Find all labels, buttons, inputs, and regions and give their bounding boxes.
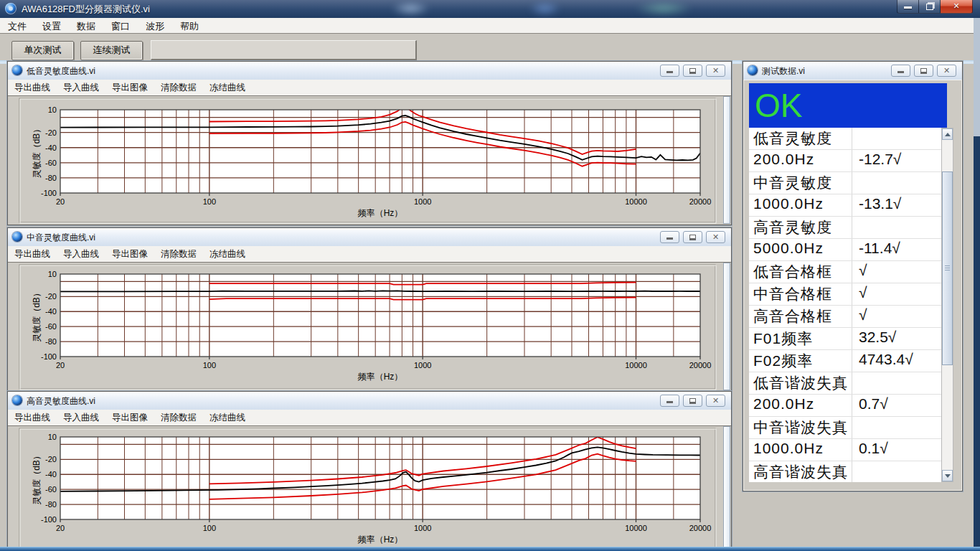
vi-icon <box>12 395 22 405</box>
chart-menu-item-0[interactable]: 导出曲线 <box>8 246 57 260</box>
y-tick-label: -40 <box>45 143 57 152</box>
chart-window-titlebar[interactable]: 低音灵敏度曲线.vi ✕ <box>8 62 731 80</box>
scrollbar-thumb[interactable] <box>942 171 953 365</box>
minimize-button[interactable] <box>897 0 919 14</box>
x-tick-label: 1000 <box>414 361 431 369</box>
chart-menu-item-0[interactable]: 导出曲线 <box>8 80 57 94</box>
single-test-button[interactable]: 单次测试 <box>11 41 74 60</box>
row-value: -11.4√ <box>859 240 900 257</box>
menu-item-1[interactable]: 设置 <box>34 18 69 33</box>
menu-item-4[interactable]: 波形 <box>138 18 172 33</box>
chart-menu-item-1[interactable]: 导入曲线 <box>57 246 105 260</box>
toolbar: 单次测试 连续测试 <box>0 34 980 60</box>
table-row: 低音谐波失真 <box>749 372 947 395</box>
main-menubar: 文件设置数据窗口波形帮助 <box>0 18 980 34</box>
continuous-test-button[interactable]: 连续测试 <box>80 41 143 60</box>
main-window-title: AWA6128FD型分频器测试仪.vi <box>22 3 150 16</box>
menu-item-0[interactable]: 文件 <box>0 18 34 33</box>
y-tick-label: -80 <box>45 500 57 509</box>
y-axis-title: 灵敏度（dB） <box>32 451 42 505</box>
sensitivity-chart: 201001000100002000010-20-40-60-80-100频率（… <box>8 96 730 225</box>
row-label: F01频率 <box>753 329 813 349</box>
restore-button[interactable] <box>683 65 702 77</box>
chart-menubar: 导出曲线导入曲线导出图像清除数据冻结曲线 <box>8 246 731 263</box>
y-tick-label: 10 <box>48 433 57 441</box>
y-tick-label: -40 <box>45 307 57 316</box>
status-text: OK <box>755 86 802 125</box>
chart-menu-item-0[interactable]: 导出曲线 <box>8 410 57 424</box>
minimize-button[interactable] <box>660 395 679 407</box>
chart-menu-item-4[interactable]: 冻结曲线 <box>203 246 252 260</box>
row-label: 200.0Hz <box>753 395 814 413</box>
chart-menu-item-1[interactable]: 导入曲线 <box>57 80 105 94</box>
table-row: 中音合格框√ <box>749 283 947 306</box>
y-tick-label: 10 <box>48 105 57 114</box>
vertical-scrollbar[interactable] <box>723 263 730 390</box>
scroll-down-button[interactable] <box>942 470 953 481</box>
minimize-button[interactable] <box>660 231 679 243</box>
row-label: 高音谐波失真 <box>753 462 848 482</box>
chart-panel: 201001000100002000010-20-40-60-80-100频率（… <box>8 96 731 225</box>
status-banner: OK <box>749 83 947 128</box>
scroll-up-button[interactable] <box>942 128 953 140</box>
x-tick-label: 10000 <box>625 361 647 369</box>
chart-window-title: 中音灵敏度曲线.vi <box>27 232 95 244</box>
table-row: F02频率4743.4√ <box>749 350 947 372</box>
x-tick-label: 10000 <box>625 524 647 532</box>
menu-item-2[interactable]: 数据 <box>69 18 103 33</box>
table-row: 1000.0Hz0.1√ <box>749 439 947 461</box>
table-row: 低音合格框√ <box>749 261 947 283</box>
row-value: 4743.4√ <box>859 351 913 368</box>
minimize-button[interactable] <box>891 65 910 77</box>
restore-button[interactable] <box>683 231 702 243</box>
chart-menu-item-3[interactable]: 清除数据 <box>154 246 203 260</box>
menu-item-5[interactable]: 帮助 <box>172 18 207 33</box>
x-tick-label: 10000 <box>625 197 647 206</box>
main-window: AWA6128FD型分频器测试仪.vi ✕ 文件设置数据窗口波形帮助 单次测试 … <box>0 0 980 551</box>
row-label: 低音灵敏度 <box>753 128 832 149</box>
y-tick-label: -20 <box>45 292 57 301</box>
data-window-titlebar[interactable]: 测试数据.vi ✕ <box>743 62 962 80</box>
row-value: √ <box>859 306 867 324</box>
chart-menubar: 导出曲线导入曲线导出图像清除数据冻结曲线 <box>8 410 731 426</box>
menu-item-3[interactable]: 窗口 <box>103 18 138 33</box>
chart-menu-item-2[interactable]: 导出图像 <box>105 410 154 424</box>
chart-menu-item-1[interactable]: 导入曲线 <box>57 410 105 424</box>
restore-button[interactable] <box>683 395 702 407</box>
x-tick-label: 20000 <box>689 361 712 369</box>
row-label: 中音谐波失真 <box>753 418 848 438</box>
close-button[interactable]: ✕ <box>706 395 725 407</box>
chart-menu-item-2[interactable]: 导出图像 <box>105 80 154 94</box>
close-button[interactable]: ✕ <box>706 65 725 77</box>
restore-button[interactable] <box>919 0 941 14</box>
close-button[interactable]: ✕ <box>941 0 973 14</box>
row-label: 5000.0Hz <box>753 240 824 257</box>
vertical-scrollbar[interactable] <box>723 426 730 551</box>
main-titlebar[interactable]: AWA6128FD型分频器测试仪.vi ✕ <box>0 0 980 18</box>
restore-button[interactable] <box>914 65 933 77</box>
table-row: 中音灵敏度 <box>749 172 947 194</box>
row-label: 中音合格框 <box>753 284 832 304</box>
table-row: 200.0Hz-12.7√ <box>749 150 947 172</box>
glass-reflection <box>391 1 430 16</box>
y-tick-label: -100 <box>41 352 57 361</box>
chart-menu-item-3[interactable]: 清除数据 <box>154 410 203 424</box>
x-tick-label: 20 <box>56 361 65 369</box>
plot-area <box>60 437 700 519</box>
chart-menu-item-4[interactable]: 冻结曲线 <box>203 410 252 424</box>
curve-measured <box>60 291 700 291</box>
chart-menu-item-2[interactable]: 导出图像 <box>105 246 154 260</box>
minimize-button[interactable] <box>660 65 679 77</box>
vertical-scrollbar[interactable] <box>723 96 730 224</box>
table-row: 高音合格框√ <box>749 306 947 328</box>
chart-menubar: 导出曲线导入曲线导出图像清除数据冻结曲线 <box>8 80 731 96</box>
chart-menu-item-4[interactable]: 冻结曲线 <box>203 80 252 94</box>
close-button[interactable]: ✕ <box>937 65 956 77</box>
chart-window-titlebar[interactable]: 中音灵敏度曲线.vi ✕ <box>8 228 731 247</box>
row-label: 高音合格框 <box>753 306 832 326</box>
vertical-scrollbar[interactable] <box>941 128 953 482</box>
desktop-edge <box>974 136 980 551</box>
chart-menu-item-3[interactable]: 清除数据 <box>154 80 203 94</box>
chart-window-titlebar[interactable]: 高音灵敏度曲线.vi ✕ <box>8 392 731 410</box>
close-button[interactable]: ✕ <box>706 231 725 243</box>
